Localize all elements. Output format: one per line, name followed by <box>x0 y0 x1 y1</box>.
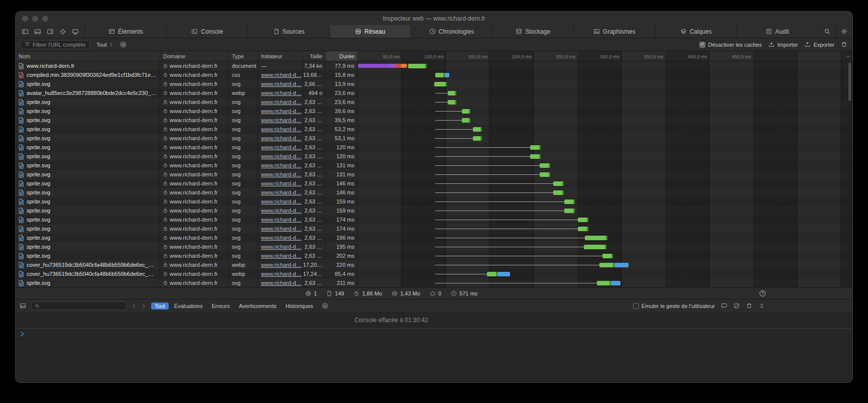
network-row[interactable]: www.richard-dern.fr www.richard-dern.fr … <box>16 61 852 70</box>
resource-type-select[interactable]: Tout <box>96 42 113 48</box>
network-row[interactable]: sprite.svg www.richard-dern.fr svg www.r… <box>16 197 852 206</box>
dock-right-icon[interactable] <box>47 28 54 35</box>
resource-initiator[interactable]: www.richard-d… <box>261 108 302 114</box>
resource-initiator[interactable]: www.richard-d… <box>261 171 302 177</box>
dock-bottom-icon[interactable] <box>34 28 41 35</box>
network-row[interactable]: sprite.svg www.richard-dern.fr svg www.r… <box>16 242 852 251</box>
title-bar[interactable]: Inspecteur web — www.richard-dern.fr <box>16 12 852 25</box>
tab-console[interactable]: Console <box>166 25 247 38</box>
tab-elements[interactable]: Éléments <box>85 25 166 38</box>
network-row[interactable]: compiled.min.38390909f303624ed9e1cf1bd3f… <box>16 70 852 79</box>
tab-timelines[interactable]: Chronologies <box>411 25 492 38</box>
search-button[interactable] <box>818 25 835 38</box>
settings-button[interactable] <box>835 25 852 38</box>
network-row[interactable]: sprite.svg www.richard-dern.fr svg www.r… <box>16 215 852 224</box>
resource-initiator[interactable]: www.richard-d… <box>261 72 302 78</box>
resource-initiator[interactable]: www.richard-d… <box>261 99 302 105</box>
network-row[interactable]: sprite.svg www.richard-dern.fr svg www.r… <box>16 206 852 215</box>
network-row[interactable]: sprite.svg www.richard-dern.fr svg www.r… <box>16 188 852 197</box>
trash-icon[interactable] <box>746 303 753 309</box>
console-search-input[interactable] <box>31 301 127 310</box>
console-scope-erreurs[interactable]: Erreurs <box>208 303 233 310</box>
resource-initiator[interactable]: www.richard-d… <box>261 271 302 277</box>
export-button[interactable]: Exporter <box>804 41 834 48</box>
network-row[interactable]: sprite.svg www.richard-dern.fr svg www.r… <box>16 179 852 188</box>
import-button[interactable]: Importer <box>768 41 798 48</box>
network-row[interactable]: sprite.svg www.richard-dern.fr svg www.r… <box>16 116 852 125</box>
network-row[interactable]: sprite.svg www.richard-dern.fr svg www.r… <box>16 134 852 143</box>
console-scope-historiques[interactable]: Historiques <box>282 303 317 310</box>
column-header-domain[interactable]: Domaine <box>160 51 229 61</box>
nav-forward-icon[interactable] <box>141 304 146 309</box>
resource-initiator[interactable]: www.richard-d… <box>261 253 302 259</box>
console-scope-avertissements[interactable]: Avertissements <box>235 303 280 310</box>
resource-initiator[interactable]: www.richard-d… <box>261 235 302 241</box>
console-scope-evaluations[interactable]: Évaluations <box>171 303 206 310</box>
resource-initiator[interactable]: www.richard-d… <box>261 153 302 159</box>
network-row[interactable]: sprite.svg www.richard-dern.fr svg www.r… <box>16 278 852 287</box>
console-drawer-icon[interactable] <box>20 303 26 309</box>
chat-bubble-icon[interactable] <box>721 303 727 309</box>
emulate-user-gesture-checkbox[interactable]: Émuler le geste de l'utilisateur <box>633 303 715 309</box>
tab-network[interactable]: Réseau <box>329 25 411 38</box>
network-row[interactable]: sprite.svg www.richard-dern.fr svg www.r… <box>16 97 852 107</box>
tab-storage[interactable]: Stockage <box>492 25 573 38</box>
resource-initiator[interactable]: www.richard-d… <box>261 144 302 150</box>
clear-network-trash-icon[interactable] <box>841 41 847 48</box>
network-row[interactable]: sprite.svg www.richard-dern.fr svg www.r… <box>16 152 852 161</box>
nav-back-icon[interactable] <box>132 304 137 309</box>
tab-layers[interactable]: Calques <box>655 25 736 38</box>
resource-initiator[interactable]: www.richard-d… <box>261 162 302 168</box>
resource-initiator[interactable]: www.richard-d… <box>261 126 302 132</box>
resource-initiator[interactable]: www.richard-d… <box>261 208 302 214</box>
disable-caches-checkbox[interactable]: Désactiver les caches <box>699 42 762 48</box>
network-row[interactable]: sprite.svg www.richard-dern.fr svg www.r… <box>16 161 852 170</box>
resource-initiator[interactable]: www.richard-d… <box>261 198 302 205</box>
resource-initiator[interactable]: www.richard-d… <box>261 117 302 123</box>
dock-left-icon[interactable] <box>22 28 29 35</box>
column-header-initiator[interactable]: Initiateur <box>258 51 303 61</box>
column-header-duration[interactable]: Durée <box>326 51 358 61</box>
network-row[interactable]: cover_hu736519dc3b5040cfa48b6b559b6de6ec… <box>16 269 852 278</box>
network-row[interactable]: sprite.svg www.richard-dern.fr svg www.r… <box>16 233 852 242</box>
resource-initiator[interactable]: www.richard-d… <box>261 217 302 223</box>
inspect-element-icon[interactable] <box>59 28 66 35</box>
help-button[interactable] <box>759 290 766 297</box>
console-filter-levels-icon[interactable] <box>322 303 328 309</box>
resource-initiator[interactable]: www.richard-d… <box>261 262 302 268</box>
resource-initiator[interactable]: www.richard-d… <box>261 226 302 232</box>
tab-audit[interactable]: Audit <box>736 25 818 38</box>
filter-levels-icon[interactable] <box>120 41 127 48</box>
column-header-name[interactable]: Nom <box>16 51 160 61</box>
network-row[interactable]: sprite.svg www.richard-dern.fr svg www.r… <box>16 251 852 260</box>
tab-graphics[interactable]: Graphismes <box>573 25 655 38</box>
resource-initiator[interactable]: www.richard-d… <box>261 135 302 141</box>
column-header-type[interactable]: Type <box>229 51 258 61</box>
resource-initiator[interactable]: www.richard-d… <box>261 90 302 96</box>
resource-initiator[interactable]: www.richard-d… <box>261 81 302 87</box>
url-filter-input[interactable]: Filtrer l'URL complète <box>21 40 90 49</box>
expand-console-icon[interactable] <box>759 303 765 309</box>
network-row[interactable]: sprite.svg www.richard-dern.fr svg www.r… <box>16 125 852 134</box>
network-row[interactable]: avatar_hu85ecc3e298728880b0bde2dcc4e5c23… <box>16 88 852 97</box>
tab-sources[interactable]: Sources <box>247 25 329 38</box>
network-row[interactable]: sprite.svg www.richard-dern.fr svg www.r… <box>16 79 852 88</box>
network-row[interactable]: sprite.svg www.richard-dern.fr svg www.r… <box>16 224 852 233</box>
resource-initiator[interactable]: www.richard-d… <box>261 189 302 195</box>
clear-console-icon[interactable] <box>733 303 740 309</box>
resource-initiator[interactable]: www.richard-d… <box>261 180 302 186</box>
resource-initiator[interactable]: www.richard-d… <box>261 280 302 286</box>
network-row[interactable]: sprite.svg www.richard-dern.fr svg www.r… <box>16 143 852 152</box>
resource-initiator[interactable]: www.richard-d… <box>261 244 302 250</box>
minimize-button[interactable] <box>32 16 38 22</box>
network-row[interactable]: sprite.svg www.richard-dern.fr svg www.r… <box>16 107 852 116</box>
close-button[interactable] <box>22 16 28 22</box>
column-header-size[interactable]: Taille <box>303 51 326 61</box>
console-prompt[interactable] <box>16 329 852 339</box>
console-scope-tout[interactable]: Tout <box>151 303 169 310</box>
zoom-button[interactable] <box>42 16 48 22</box>
scroll-top-chevron-icon[interactable] <box>846 54 850 58</box>
device-icon[interactable] <box>72 28 79 35</box>
network-row[interactable]: cover_hu736519dc3b5040cfa48b6b559b6de6ec… <box>16 260 852 269</box>
network-row[interactable]: sprite.svg www.richard-dern.fr svg www.r… <box>16 170 852 179</box>
